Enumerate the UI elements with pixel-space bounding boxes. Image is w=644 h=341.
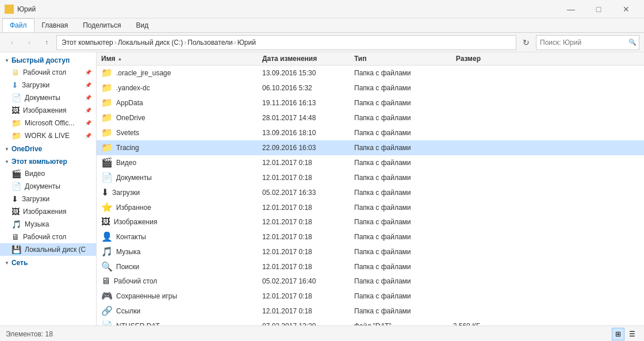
sidebar-header-thispc[interactable]: ▼ Этот компьютер (0, 156, 96, 167)
tab-share[interactable]: Поделиться (75, 18, 128, 32)
file-date: 13.09.2016 18:10 (262, 129, 354, 137)
file-type: Папка с файлами (354, 99, 423, 107)
table-row[interactable]: 📁 .oracle_jre_usage 13.09.2016 15:30 Пап… (97, 66, 644, 81)
path-part-user[interactable]: Юрий (237, 39, 256, 47)
file-name-cell: 📄 Документы (101, 172, 262, 183)
sidebar-item-documents-label: Документы (25, 94, 60, 102)
sidebar-header-quick-access[interactable]: ▼ Быстрый доступ (0, 55, 96, 66)
file-name-cell: 📁 .yandex-dc (101, 82, 262, 93)
sidebar-section-onedrive: ▼ OneDrive (0, 143, 96, 155)
file-date: 13.09.2016 15:30 (262, 69, 354, 77)
sidebar-item-downloads[interactable]: ⬇ Загрузки 📌 (0, 79, 96, 91)
col-header-name[interactable]: Имя ▲ (101, 55, 262, 63)
search-box[interactable]: 🔍 (536, 35, 639, 50)
forward-button[interactable]: › (22, 35, 37, 50)
table-row[interactable]: 🔗 Ссылки 12.01.2017 0:18 Папка с файлами (97, 304, 644, 319)
file-type: Папка с файлами (354, 248, 423, 256)
pin-icon-6: 📌 (85, 133, 91, 139)
col-header-type[interactable]: Тип (354, 55, 423, 63)
table-row[interactable]: 👤 Контакты 12.01.2017 0:18 Папка с файла… (97, 229, 644, 244)
localdisk-icon: 💾 (12, 245, 21, 254)
file-icon: 📁 (101, 127, 113, 138)
table-row[interactable]: 📁 AppData 19.11.2016 16:13 Папка с файла… (97, 95, 644, 110)
file-name-text: Поиски (116, 263, 139, 271)
sidebar-item-msoffice[interactable]: 📁 Microsoft Offic... 📌 (0, 117, 96, 129)
item-count: Элементов: 18 (6, 330, 53, 338)
minimize-button[interactable]: — (558, 1, 584, 18)
title-bar-controls: — □ ✕ (558, 1, 639, 18)
file-name-cell: ⭐ Избранное (101, 202, 262, 213)
file-name-cell: 🎵 Музыка (101, 246, 262, 257)
file-icon: 📁 (101, 67, 113, 78)
table-row[interactable]: 📄 Документы 12.01.2017 0:18 Папка с файл… (97, 170, 644, 185)
file-icon: 📁 (101, 142, 113, 153)
path-sep-1: › (114, 39, 117, 47)
file-date: 28.01.2017 14:48 (262, 114, 354, 122)
file-name-text: Tracing (116, 144, 139, 152)
file-name-text: Документы (116, 174, 152, 182)
sidebar-item-worklive[interactable]: 📁 WORK & LIVE 📌 (0, 129, 96, 142)
sidebar-item-images[interactable]: 🖼 Изображения 📌 (0, 104, 96, 117)
view-list-button[interactable]: ☰ (626, 328, 638, 340)
table-row[interactable]: 🎬 Видео 12.01.2017 0:18 Папка с файлами (97, 155, 644, 170)
back-button[interactable]: ‹ (5, 35, 20, 50)
file-name-text: OneDrive (116, 114, 145, 122)
file-icon: ⬇ (101, 187, 109, 198)
table-row[interactable]: ⭐ Избранное 12.01.2017 0:18 Папка с файл… (97, 200, 644, 215)
sidebar-item-localdisk-label: Локальный диск (C (25, 246, 86, 254)
sidebar-item-video[interactable]: 🎬 Видео (0, 167, 96, 180)
pin-icon: 📌 (85, 70, 91, 75)
file-list: Имя ▲ Дата изменения Тип Размер 📁 .oracl… (97, 52, 644, 325)
table-row[interactable]: 🔍 Поиски 12.01.2017 0:18 Папка с файлами (97, 259, 644, 274)
tab-file[interactable]: Файл (2, 18, 34, 32)
sidebar-item-music[interactable]: 🎵 Музыка (0, 218, 96, 231)
expand-arrow-thispc: ▼ (5, 159, 9, 164)
sidebar-item-desktp[interactable]: 🖥 Рабочий стол (0, 231, 96, 243)
table-row[interactable]: ⬇ Загрузки 05.02.2017 16:33 Папка с файл… (97, 185, 644, 200)
table-row[interactable]: 🎵 Музыка 12.01.2017 0:18 Папка с файлами (97, 244, 644, 259)
table-row[interactable]: 📁 OneDrive 28.01.2017 14:48 Папка с файл… (97, 110, 644, 125)
path-part-computer[interactable]: Этот компьютер (62, 39, 113, 47)
table-row[interactable]: 🖼 Изображения 12.01.2017 0:18 Папка с фа… (97, 215, 644, 229)
file-rows-container: 📁 .oracle_jre_usage 13.09.2016 15:30 Пап… (97, 66, 644, 325)
table-row[interactable]: 📄 NTUSER.DAT 07.02.2017 13:20 Файл "DAT"… (97, 319, 644, 325)
table-row[interactable]: 📁 .yandex-dc 06.10.2016 5:32 Папка с фай… (97, 81, 644, 95)
expand-arrow-onedrive: ▼ (5, 147, 9, 152)
sidebar-item-docs[interactable]: 📄 Документы (0, 180, 96, 193)
col-header-size[interactable]: Размер (423, 55, 481, 63)
file-icon: 📁 (101, 112, 113, 123)
file-icon: 🖥 (101, 276, 110, 286)
view-grid-button[interactable]: ⊞ (612, 328, 624, 340)
maximize-button[interactable]: □ (585, 1, 612, 18)
sidebar-item-desktop[interactable]: 🖥 Рабочий стол 📌 (0, 66, 96, 79)
col-header-date[interactable]: Дата изменения (262, 55, 354, 63)
desktp-icon: 🖥 (12, 232, 20, 242)
sidebar-item-localdisk[interactable]: 💾 Локальный диск (C (0, 243, 96, 256)
sidebar-header-onedrive[interactable]: ▼ OneDrive (0, 143, 96, 155)
address-bar: ‹ › ↑ Этот компьютер › Локальный диск (C… (0, 33, 644, 52)
tab-view[interactable]: Вид (128, 18, 156, 32)
sidebar: ▼ Быстрый доступ 🖥 Рабочий стол 📌 ⬇ Загр… (0, 52, 97, 325)
up-button[interactable]: ↑ (39, 35, 54, 50)
sidebar-item-documents[interactable]: 📄 Документы 📌 (0, 91, 96, 104)
path-part-disk[interactable]: Локальный диск (C:) (118, 39, 183, 47)
sidebar-header-network[interactable]: ▼ Сеть (0, 257, 96, 269)
search-input[interactable] (540, 39, 626, 47)
table-row[interactable]: 📁 Tracing 22.09.2016 16:03 Папка с файла… (97, 140, 644, 155)
refresh-button[interactable]: ↻ (519, 35, 534, 50)
file-type: Папка с файлами (354, 263, 423, 271)
path-part-users[interactable]: Пользователи (187, 39, 232, 47)
table-row[interactable]: 🎮 Сохраненные игры 12.01.2017 0:18 Папка… (97, 289, 644, 304)
file-icon: ⭐ (101, 202, 113, 213)
search-icon: 🔍 (628, 39, 637, 46)
sidebar-item-pics[interactable]: 🖼 Изображения (0, 205, 96, 218)
address-path[interactable]: Этот компьютер › Локальный диск (C:) › П… (56, 35, 516, 50)
file-name-cell: 🖥 Рабочий стол (101, 276, 262, 286)
tab-home[interactable]: Главная (34, 18, 76, 32)
sidebar-item-pics-label: Изображения (23, 208, 66, 216)
table-row[interactable]: 📁 Svetets 13.09.2016 18:10 Папка с файла… (97, 125, 644, 140)
close-button[interactable]: ✕ (613, 1, 639, 18)
table-row[interactable]: 🖥 Рабочий стол 05.02.2017 16:40 Папка с … (97, 274, 644, 289)
sidebar-item-dl[interactable]: ⬇ Загрузки (0, 193, 96, 205)
status-bar: Элементов: 18 ⊞ ☰ (0, 325, 644, 341)
